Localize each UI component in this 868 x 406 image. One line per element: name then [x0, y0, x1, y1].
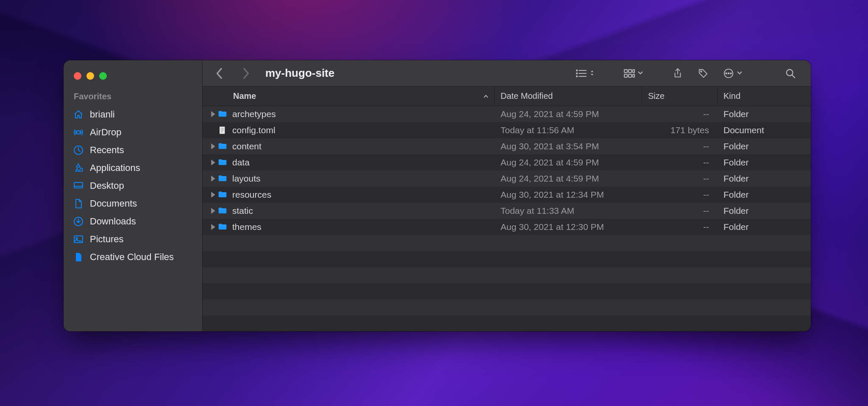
- svg-line-20: [792, 75, 795, 77]
- file-row[interactable]: archetypesAug 24, 2021 at 4:59 PM--Folde…: [203, 106, 811, 122]
- back-button[interactable]: [212, 66, 227, 81]
- file-size: --: [642, 174, 718, 184]
- home-icon: [73, 109, 84, 120]
- document-icon: [215, 125, 230, 135]
- sidebar-item-desktop[interactable]: Desktop: [64, 177, 202, 195]
- sidebar-item-documents[interactable]: Documents: [64, 195, 202, 213]
- view-list-button[interactable]: [570, 68, 600, 78]
- file-name: static: [230, 206, 495, 216]
- svg-point-16: [726, 73, 727, 74]
- sidebar-item-downloads[interactable]: Downloads: [64, 213, 202, 230]
- svg-rect-8: [624, 70, 627, 73]
- sidebar-item-applications[interactable]: Applications: [64, 159, 202, 177]
- file-row[interactable]: staticToday at 11:33 AM--Folder: [203, 203, 811, 219]
- main-pane: my-hugo-site: [203, 60, 811, 331]
- folder-icon: [215, 174, 230, 183]
- file-row[interactable]: themesAug 30, 2021 at 12:30 PM--Folder: [203, 219, 811, 235]
- chevron-down-icon: [638, 70, 643, 77]
- file-size: --: [642, 109, 718, 119]
- svg-rect-12: [629, 74, 632, 77]
- disclosure-triangle-icon[interactable]: [203, 111, 215, 117]
- file-row[interactable]: dataAug 24, 2021 at 4:59 PM--Folder: [203, 154, 811, 171]
- file-kind: Folder: [718, 174, 811, 184]
- file-name: resources: [230, 190, 495, 200]
- file-row[interactable]: config.tomlToday at 11:56 AM171 bytesDoc…: [203, 122, 811, 138]
- svg-rect-9: [629, 70, 632, 73]
- file-size: --: [642, 206, 718, 216]
- updown-icon: [590, 70, 595, 77]
- sidebar-item-creative-cloud-files[interactable]: Creative Cloud Files: [64, 248, 202, 266]
- desktop-icon: [73, 180, 84, 191]
- sidebar-section-favorites: Favorites: [64, 92, 202, 106]
- file-kind: Folder: [718, 206, 811, 216]
- zoom-window-button[interactable]: [99, 72, 107, 80]
- pictures-icon: [73, 234, 84, 245]
- empty-row: [203, 316, 811, 331]
- sidebar-item-brianli[interactable]: brianli: [64, 106, 202, 123]
- file-name: layouts: [230, 174, 495, 184]
- file-size: --: [642, 190, 718, 200]
- file-row[interactable]: resourcesAug 30, 2021 at 12:34 PM--Folde…: [203, 187, 811, 203]
- sidebar-item-label: Documents: [90, 198, 137, 209]
- file-name: config.toml: [230, 125, 495, 135]
- svg-rect-10: [633, 70, 634, 73]
- column-header-name[interactable]: Name: [203, 87, 478, 106]
- svg-marker-7: [591, 74, 593, 76]
- file-date: Aug 24, 2021 at 4:59 PM: [495, 174, 642, 184]
- sort-indicator-icon[interactable]: [478, 87, 495, 106]
- file-row[interactable]: layoutsAug 24, 2021 at 4:59 PM--Folder: [203, 171, 811, 187]
- svg-point-17: [728, 73, 729, 74]
- column-header-size[interactable]: Size: [642, 87, 718, 106]
- group-by-button[interactable]: [618, 68, 648, 78]
- file-kind: Folder: [718, 222, 811, 232]
- toolbar: my-hugo-site: [203, 60, 811, 87]
- search-button[interactable]: [779, 68, 801, 78]
- disclosure-triangle-icon[interactable]: [203, 176, 215, 182]
- file-icon: [73, 252, 84, 263]
- file-size: 171 bytes: [642, 125, 718, 135]
- tags-button[interactable]: [692, 68, 714, 78]
- svg-rect-13: [633, 74, 634, 77]
- minimize-window-button[interactable]: [86, 72, 94, 80]
- svg-marker-6: [591, 70, 593, 72]
- forward-button[interactable]: [238, 66, 253, 81]
- sidebar-item-recents[interactable]: Recents: [64, 141, 202, 159]
- file-name: data: [230, 157, 495, 168]
- disclosure-triangle-icon[interactable]: [203, 224, 215, 230]
- column-header-kind[interactable]: Kind: [718, 87, 811, 106]
- empty-row: [203, 251, 811, 267]
- column-header-kind-label: Kind: [723, 91, 740, 101]
- sidebar: Favorites brianliAirDropRecentsApplicati…: [64, 60, 203, 331]
- sidebar-item-label: brianli: [90, 109, 115, 120]
- file-list: archetypesAug 24, 2021 at 4:59 PM--Folde…: [203, 106, 811, 331]
- file-date: Aug 30, 2021 at 12:30 PM: [495, 222, 642, 232]
- sidebar-item-pictures[interactable]: Pictures: [64, 230, 202, 248]
- share-button[interactable]: [667, 68, 689, 78]
- svg-point-4: [576, 76, 577, 76]
- disclosure-triangle-icon[interactable]: [203, 192, 215, 198]
- sidebar-item-airdrop[interactable]: AirDrop: [64, 123, 202, 141]
- file-kind: Folder: [718, 157, 811, 168]
- column-header-size-label: Size: [648, 91, 665, 101]
- folder-icon: [215, 206, 230, 216]
- sidebar-item-label: Recents: [90, 145, 124, 156]
- empty-row: [203, 283, 811, 300]
- sidebar-item-label: Applications: [90, 162, 140, 174]
- clock-icon: [73, 145, 84, 156]
- svg-point-2: [576, 73, 577, 73]
- disclosure-triangle-icon[interactable]: [203, 143, 215, 149]
- close-window-button[interactable]: [74, 72, 81, 80]
- folder-icon: [215, 190, 230, 199]
- file-name: archetypes: [230, 109, 495, 119]
- disclosure-triangle-icon[interactable]: [203, 208, 215, 214]
- file-date: Aug 30, 2021 at 3:54 PM: [495, 141, 642, 151]
- column-header-date[interactable]: Date Modified: [495, 87, 642, 106]
- svg-point-0: [576, 70, 577, 70]
- action-menu-button[interactable]: [718, 68, 747, 78]
- file-name: content: [230, 141, 495, 151]
- disclosure-triangle-icon[interactable]: [203, 160, 215, 165]
- file-date: Aug 24, 2021 at 4:59 PM: [495, 157, 642, 168]
- folder-icon: [215, 158, 230, 167]
- file-row[interactable]: contentAug 30, 2021 at 3:54 PM--Folder: [203, 138, 811, 154]
- file-kind: Document: [718, 125, 811, 135]
